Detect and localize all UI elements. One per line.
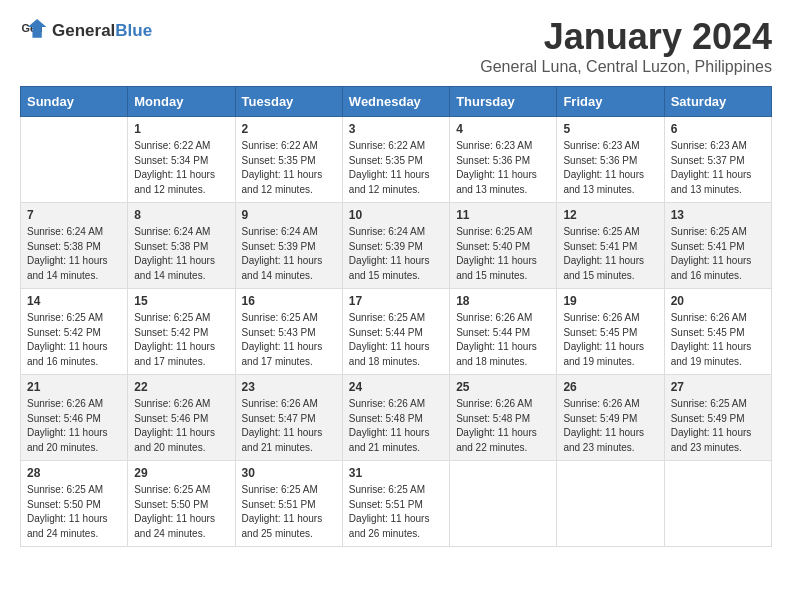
day-number: 23 [242,380,336,394]
calendar-cell: 8Sunrise: 6:24 AM Sunset: 5:38 PM Daylig… [128,203,235,289]
calendar-week-row: 7Sunrise: 6:24 AM Sunset: 5:38 PM Daylig… [21,203,772,289]
calendar-cell: 22Sunrise: 6:26 AM Sunset: 5:46 PM Dayli… [128,375,235,461]
calendar-cell: 12Sunrise: 6:25 AM Sunset: 5:41 PM Dayli… [557,203,664,289]
page-header: Gen GeneralBlue January 2024 General Lun… [20,16,772,76]
day-info: Sunrise: 6:23 AM Sunset: 5:36 PM Dayligh… [563,139,657,197]
day-info: Sunrise: 6:22 AM Sunset: 5:35 PM Dayligh… [349,139,443,197]
calendar-cell: 21Sunrise: 6:26 AM Sunset: 5:46 PM Dayli… [21,375,128,461]
header-friday: Friday [557,87,664,117]
day-info: Sunrise: 6:25 AM Sunset: 5:43 PM Dayligh… [242,311,336,369]
calendar-week-row: 14Sunrise: 6:25 AM Sunset: 5:42 PM Dayli… [21,289,772,375]
day-info: Sunrise: 6:25 AM Sunset: 5:42 PM Dayligh… [134,311,228,369]
day-number: 25 [456,380,550,394]
day-number: 13 [671,208,765,222]
day-info: Sunrise: 6:26 AM Sunset: 5:46 PM Dayligh… [134,397,228,455]
header-sunday: Sunday [21,87,128,117]
calendar-week-row: 28Sunrise: 6:25 AM Sunset: 5:50 PM Dayli… [21,461,772,547]
calendar-cell: 3Sunrise: 6:22 AM Sunset: 5:35 PM Daylig… [342,117,449,203]
calendar-cell: 11Sunrise: 6:25 AM Sunset: 5:40 PM Dayli… [450,203,557,289]
header-wednesday: Wednesday [342,87,449,117]
calendar-cell: 25Sunrise: 6:26 AM Sunset: 5:48 PM Dayli… [450,375,557,461]
day-info: Sunrise: 6:26 AM Sunset: 5:46 PM Dayligh… [27,397,121,455]
calendar-cell [557,461,664,547]
day-info: Sunrise: 6:25 AM Sunset: 5:51 PM Dayligh… [242,483,336,541]
day-number: 20 [671,294,765,308]
header-thursday: Thursday [450,87,557,117]
day-info: Sunrise: 6:24 AM Sunset: 5:38 PM Dayligh… [27,225,121,283]
day-info: Sunrise: 6:26 AM Sunset: 5:48 PM Dayligh… [349,397,443,455]
day-number: 12 [563,208,657,222]
header-monday: Monday [128,87,235,117]
calendar-cell: 27Sunrise: 6:25 AM Sunset: 5:49 PM Dayli… [664,375,771,461]
day-number: 18 [456,294,550,308]
calendar-cell: 4Sunrise: 6:23 AM Sunset: 5:36 PM Daylig… [450,117,557,203]
day-info: Sunrise: 6:25 AM Sunset: 5:41 PM Dayligh… [671,225,765,283]
day-number: 1 [134,122,228,136]
day-info: Sunrise: 6:25 AM Sunset: 5:41 PM Dayligh… [563,225,657,283]
day-number: 30 [242,466,336,480]
calendar-cell: 18Sunrise: 6:26 AM Sunset: 5:44 PM Dayli… [450,289,557,375]
day-number: 8 [134,208,228,222]
day-number: 16 [242,294,336,308]
calendar-cell [450,461,557,547]
day-info: Sunrise: 6:24 AM Sunset: 5:39 PM Dayligh… [349,225,443,283]
day-info: Sunrise: 6:24 AM Sunset: 5:38 PM Dayligh… [134,225,228,283]
calendar-cell: 1Sunrise: 6:22 AM Sunset: 5:34 PM Daylig… [128,117,235,203]
calendar-cell [664,461,771,547]
calendar-cell: 13Sunrise: 6:25 AM Sunset: 5:41 PM Dayli… [664,203,771,289]
logo-blue: Blue [115,21,152,40]
calendar-cell: 28Sunrise: 6:25 AM Sunset: 5:50 PM Dayli… [21,461,128,547]
day-info: Sunrise: 6:25 AM Sunset: 5:40 PM Dayligh… [456,225,550,283]
calendar-cell: 5Sunrise: 6:23 AM Sunset: 5:36 PM Daylig… [557,117,664,203]
calendar-cell: 2Sunrise: 6:22 AM Sunset: 5:35 PM Daylig… [235,117,342,203]
day-info: Sunrise: 6:25 AM Sunset: 5:42 PM Dayligh… [27,311,121,369]
calendar-cell: 10Sunrise: 6:24 AM Sunset: 5:39 PM Dayli… [342,203,449,289]
header-tuesday: Tuesday [235,87,342,117]
calendar-cell: 29Sunrise: 6:25 AM Sunset: 5:50 PM Dayli… [128,461,235,547]
day-number: 29 [134,466,228,480]
calendar-cell: 20Sunrise: 6:26 AM Sunset: 5:45 PM Dayli… [664,289,771,375]
day-info: Sunrise: 6:26 AM Sunset: 5:44 PM Dayligh… [456,311,550,369]
day-number: 11 [456,208,550,222]
calendar-cell: 26Sunrise: 6:26 AM Sunset: 5:49 PM Dayli… [557,375,664,461]
calendar-cell: 17Sunrise: 6:25 AM Sunset: 5:44 PM Dayli… [342,289,449,375]
day-number: 24 [349,380,443,394]
day-number: 6 [671,122,765,136]
day-info: Sunrise: 6:26 AM Sunset: 5:45 PM Dayligh… [671,311,765,369]
calendar-week-row: 21Sunrise: 6:26 AM Sunset: 5:46 PM Dayli… [21,375,772,461]
day-number: 31 [349,466,443,480]
calendar-cell: 15Sunrise: 6:25 AM Sunset: 5:42 PM Dayli… [128,289,235,375]
day-info: Sunrise: 6:23 AM Sunset: 5:36 PM Dayligh… [456,139,550,197]
day-info: Sunrise: 6:23 AM Sunset: 5:37 PM Dayligh… [671,139,765,197]
calendar-cell: 14Sunrise: 6:25 AM Sunset: 5:42 PM Dayli… [21,289,128,375]
day-number: 3 [349,122,443,136]
logo: Gen GeneralBlue [20,16,152,44]
calendar-cell: 23Sunrise: 6:26 AM Sunset: 5:47 PM Dayli… [235,375,342,461]
day-info: Sunrise: 6:25 AM Sunset: 5:44 PM Dayligh… [349,311,443,369]
calendar-cell: 7Sunrise: 6:24 AM Sunset: 5:38 PM Daylig… [21,203,128,289]
calendar-cell: 6Sunrise: 6:23 AM Sunset: 5:37 PM Daylig… [664,117,771,203]
title-block: January 2024 General Luna, Central Luzon… [480,16,772,76]
day-number: 19 [563,294,657,308]
day-info: Sunrise: 6:24 AM Sunset: 5:39 PM Dayligh… [242,225,336,283]
day-info: Sunrise: 6:26 AM Sunset: 5:49 PM Dayligh… [563,397,657,455]
day-number: 21 [27,380,121,394]
day-number: 17 [349,294,443,308]
calendar-header-row: SundayMondayTuesdayWednesdayThursdayFrid… [21,87,772,117]
calendar-cell [21,117,128,203]
day-info: Sunrise: 6:25 AM Sunset: 5:50 PM Dayligh… [27,483,121,541]
day-info: Sunrise: 6:25 AM Sunset: 5:51 PM Dayligh… [349,483,443,541]
day-number: 14 [27,294,121,308]
day-number: 28 [27,466,121,480]
logo-general: General [52,21,115,40]
day-number: 4 [456,122,550,136]
day-number: 15 [134,294,228,308]
calendar-cell: 30Sunrise: 6:25 AM Sunset: 5:51 PM Dayli… [235,461,342,547]
subtitle: General Luna, Central Luzon, Philippines [480,58,772,76]
main-title: January 2024 [480,16,772,58]
day-info: Sunrise: 6:22 AM Sunset: 5:35 PM Dayligh… [242,139,336,197]
calendar-cell: 24Sunrise: 6:26 AM Sunset: 5:48 PM Dayli… [342,375,449,461]
day-info: Sunrise: 6:26 AM Sunset: 5:48 PM Dayligh… [456,397,550,455]
calendar-table: SundayMondayTuesdayWednesdayThursdayFrid… [20,86,772,547]
day-info: Sunrise: 6:25 AM Sunset: 5:50 PM Dayligh… [134,483,228,541]
